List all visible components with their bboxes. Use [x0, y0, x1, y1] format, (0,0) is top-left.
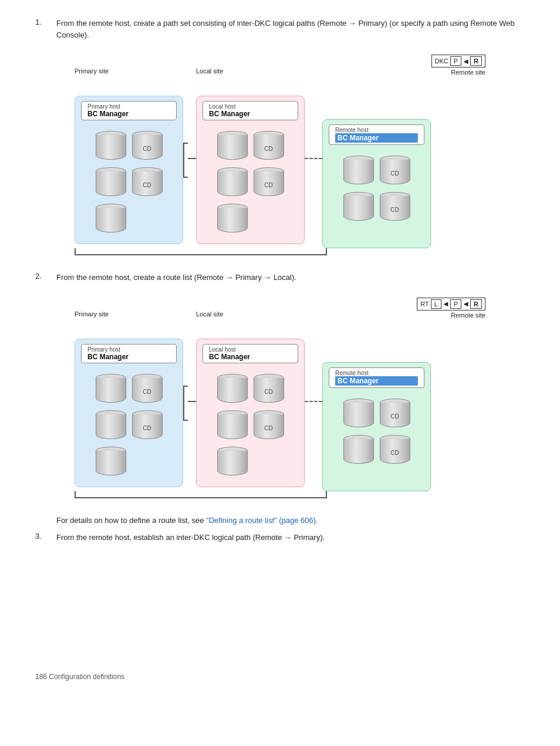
remote-host-box-1: Remote host BC Manager	[329, 124, 424, 145]
step-number-1: 1.	[35, 18, 56, 40]
step-text-3: From the remote host, establish an inter…	[56, 532, 325, 544]
remote-cylinder-1b	[343, 192, 374, 224]
primary-cylinder-cd-1a: CD	[132, 131, 163, 163]
primary-cyl-body-1a	[96, 135, 126, 160]
remote-cd-label-1b: CD	[390, 207, 399, 213]
r2-cyl-body-cd-1: CD	[380, 403, 410, 427]
l2-cd-label-2: CD	[264, 425, 272, 431]
remote-cyl-body-1a	[343, 160, 374, 184]
primary-cylinder-cd-2a: CD	[132, 374, 163, 406]
legend-cell-P: P	[450, 56, 461, 66]
remote-host-label-1: Remote host	[335, 127, 418, 133]
footer-text: For details on how to define a route lis…	[56, 516, 206, 525]
remote-site-label-2: Remote site	[451, 312, 485, 319]
l2-cyl-body-1	[217, 378, 248, 403]
line-solid-1	[188, 158, 196, 159]
bottom-bracket-2	[75, 491, 485, 498]
local-cylinders-2: CD CD	[203, 374, 298, 478]
connector-primary-local-1	[183, 143, 188, 178]
remote-cylinder-cd-2a: CD	[380, 399, 410, 430]
p2-cd-label-1: CD	[143, 389, 151, 395]
remote-cyl-group-left-1	[343, 156, 374, 224]
local-cylinder-1a	[217, 131, 248, 163]
p2-cd-label-2: CD	[143, 425, 151, 431]
p2-cyl-body-cd-1: CD	[132, 378, 163, 403]
local-cyl-group-right-1: CD CD	[254, 131, 284, 235]
bracket-left-2	[183, 386, 188, 421]
primary-cylinder-2a	[96, 374, 126, 406]
step-3: 3. From the remote host, establish an in…	[35, 532, 525, 544]
step-text-1: From the remote host, create a path set …	[56, 18, 525, 40]
primary-cylinder-2b	[96, 410, 126, 442]
remote-cylinder-cd-1b: CD	[380, 192, 410, 224]
diagram2-row: Primary site Primary host BC Manager	[75, 321, 485, 491]
dkc-legend-box: DKC P ◄ R	[431, 55, 485, 67]
primary-cd-label-1a: CD	[143, 146, 151, 152]
local-cyl-body-1c	[217, 208, 248, 232]
primary-host-box-1: Primary host BC Manager	[81, 101, 177, 120]
local-bc-manager-1: BC Manager	[209, 110, 292, 118]
legend-cell-P2: P	[450, 299, 461, 309]
primary-site-wrapper-2: Primary site Primary host BC Manager	[75, 321, 183, 487]
local-cyl-body-1b	[217, 171, 248, 196]
rt-legend-box: RT L ◄ P ◄ R	[417, 298, 485, 310]
remote-site-box-2: Remote host BC Manager	[322, 362, 431, 491]
primary-cyl-group-left-1	[96, 131, 126, 235]
remote-cylinder-2a	[343, 399, 374, 430]
remote-cyl-group-right-2: CD CD	[380, 399, 410, 467]
primary-host-label-1: Primary host	[87, 103, 170, 110]
local-cylinder-cd-1b: CD	[254, 167, 284, 199]
r2-cyl-body-cd-2: CD	[380, 439, 410, 464]
legend-prefix-2: RT	[420, 301, 429, 308]
local-cyl-body-cd-1b: CD	[254, 171, 284, 196]
line-primary-local-1	[188, 158, 196, 159]
primary-cyl-body-1c	[96, 208, 126, 232]
l2-cd-label-1: CD	[264, 389, 272, 395]
local-host-label-2: Local host	[209, 346, 292, 353]
connector-primary-local-2	[183, 386, 188, 421]
local-cyl-group-left-2	[217, 374, 248, 478]
primary-cyl-group-right-2: CD CD	[132, 374, 163, 478]
local-cyl-group-right-2: CD CD	[254, 374, 284, 478]
primary-host-box-2: Primary host BC Manager	[81, 344, 177, 363]
diagram-1: DKC P ◄ R Remote site Primary site Prima…	[35, 55, 525, 255]
primary-cylinder-2c	[96, 447, 126, 478]
remote-cyl-body-cd-1b: CD	[380, 196, 410, 221]
primary-cylinder-1c	[96, 204, 126, 235]
remote-cyl-body-cd-1a: CD	[380, 160, 410, 184]
local-cylinder-cd-2b: CD	[254, 410, 284, 442]
remote-host-label-2: Remote host	[335, 370, 418, 376]
local-site-box-2: Local host BC Manager	[196, 339, 305, 487]
step-2: 2. From the remote host, create a route …	[35, 272, 525, 283]
local-cyl-body-cd-1a: CD	[254, 135, 284, 160]
p2-cyl-body-3	[96, 451, 126, 475]
primary-cylinder-cd-2b: CD	[132, 410, 163, 442]
remote-cylinder-1a	[343, 156, 374, 187]
page-footer-text: 186 Configuration definitions	[35, 673, 124, 681]
l2-cyl-body-cd-1: CD	[254, 378, 284, 403]
remote-cyl-group-right-1: CD CD	[380, 156, 410, 224]
remote-site-box-1: Remote host BC Manager	[322, 119, 431, 248]
remote-cylinders-1: CD CD	[329, 156, 424, 224]
primary-host-label-2: Primary host	[87, 346, 170, 353]
page-footer: 186 Configuration definitions	[35, 673, 525, 681]
remote-cylinder-cd-1a: CD	[380, 156, 410, 187]
p2-cyl-body-2	[96, 414, 126, 439]
legend-arrow-3: ◄	[462, 299, 470, 308]
legend-cell-L: L	[431, 299, 441, 309]
primary-cd-label-1b: CD	[143, 182, 151, 188]
footer-note: For details on how to define a route lis…	[56, 515, 525, 526]
primary-site-wrapper-1: Primary site Primary host BC Manager	[75, 78, 183, 244]
local-site-label-1: Local site	[196, 67, 223, 75]
primary-cylinders-2: CD CD	[81, 374, 177, 478]
local-cylinders-1: CD CD	[203, 131, 298, 235]
primary-cylinder-cd-1b: CD	[132, 167, 163, 199]
dashed-line-1	[305, 158, 322, 159]
diagram1-legend: DKC P ◄ R Remote site	[431, 55, 485, 76]
local-site-wrapper-1: Local site Local host BC Manager	[196, 78, 305, 244]
footer-link[interactable]: "Defining a route list" (page 606).	[206, 516, 318, 525]
line-primary-local-2	[188, 401, 196, 402]
step-number-2: 2.	[35, 272, 56, 283]
l2-cyl-body-cd-2: CD	[254, 414, 284, 439]
bracket-left-1	[183, 143, 188, 178]
